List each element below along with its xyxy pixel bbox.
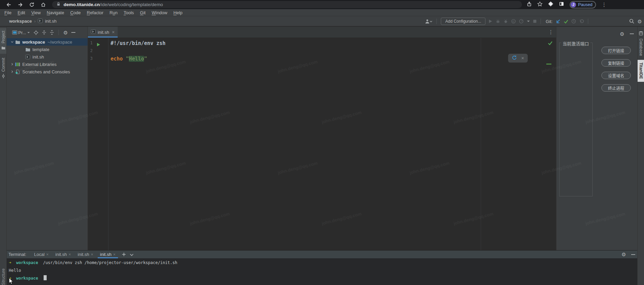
hide-terminal-icon[interactable] xyxy=(631,254,635,255)
collapse-all-icon[interactable] xyxy=(50,30,54,35)
tree-item-hint: ~/workspace xyxy=(47,40,72,45)
extensions-puzzle-icon[interactable] xyxy=(548,1,553,8)
stripe-project-tab[interactable]: Project xyxy=(0,28,6,54)
menu-file[interactable]: File xyxy=(1,10,15,15)
panel-settings-gear-icon[interactable]: ⚙ xyxy=(620,31,624,37)
profile-paused-pill[interactable]: J Paused xyxy=(570,1,596,8)
add-configuration-button[interactable]: Add Configuration... xyxy=(441,18,485,25)
divider xyxy=(541,19,541,24)
breadcrumb-root[interactable]: workspace xyxy=(9,19,32,24)
inspections-ok-icon[interactable] xyxy=(548,41,553,47)
profiler-gauge-icon[interactable] xyxy=(519,19,524,24)
tab-options-kebab-icon[interactable]: ⋮ xyxy=(548,27,553,38)
bookmark-star-icon[interactable] xyxy=(537,1,543,8)
tree-item-scratches-and-consoles[interactable]: Scratches and Consoles xyxy=(7,68,88,75)
panel-settings-gear-icon[interactable]: ⚙ xyxy=(63,30,68,35)
editor-column: init.sh × ⋮ 1#!/usr/bin/env zsh23echo "H… xyxy=(88,27,556,250)
terminal-tab-bar: Terminal: Local×init.sh×init.sh×init.sh×… xyxy=(7,251,637,258)
toolbar: workspace › init.sh Add Configuration... xyxy=(0,16,644,26)
folder-icon xyxy=(25,47,30,52)
terminal-dropdown-chevron-icon[interactable] xyxy=(130,252,134,258)
browser-reload-icon[interactable] xyxy=(29,2,34,7)
active-ports-list[interactable] xyxy=(559,43,593,196)
search-icon[interactable] xyxy=(629,19,635,24)
project-view-selector[interactable]: Pr... xyxy=(12,30,30,35)
tree-item-external-libraries[interactable]: External Libraries xyxy=(7,61,88,68)
browser-menu-icon[interactable]: ⋮ xyxy=(601,2,606,8)
port-action-button-3[interactable]: 终止进程 xyxy=(601,84,631,92)
stripe-structure-tab[interactable]: Structure xyxy=(0,264,7,285)
expand-all-icon[interactable] xyxy=(42,30,46,35)
hide-panel-icon[interactable] xyxy=(630,33,634,34)
menu-navigate[interactable]: Navigate xyxy=(44,10,67,15)
port-action-button-0[interactable]: 打开链接 xyxy=(601,47,631,54)
folder-icon xyxy=(1,45,5,51)
tree-item-init-sh[interactable]: init.sh xyxy=(7,53,88,61)
chevron-right-icon[interactable] xyxy=(9,70,15,73)
editor-body[interactable]: 1#!/usr/bin/env zsh23echo "Hello" × xyxy=(88,38,556,250)
hide-panel-icon[interactable] xyxy=(71,32,75,33)
close-tab-icon[interactable]: × xyxy=(91,252,93,257)
menu-view[interactable]: View xyxy=(28,10,44,15)
breadcrumb-separator-icon: › xyxy=(34,19,35,24)
editor-tab-init-sh[interactable]: init.sh × xyxy=(88,27,118,38)
rerun-sync-icon[interactable] xyxy=(512,55,517,62)
close-widget-icon[interactable]: × xyxy=(521,55,524,61)
user-dropdown-icon[interactable] xyxy=(425,19,432,24)
terminal-settings-gear-icon[interactable]: ⚙ xyxy=(622,252,626,257)
menu-run[interactable]: Run xyxy=(106,10,121,15)
tree-item-template[interactable]: template xyxy=(7,46,88,53)
run-icon[interactable] xyxy=(488,19,493,23)
breadcrumb-file[interactable]: init.sh xyxy=(45,19,56,24)
chevron-down-icon[interactable] xyxy=(9,40,15,44)
terminal-tab-2[interactable]: init.sh× xyxy=(75,251,96,258)
stop-icon[interactable] xyxy=(533,20,536,23)
coverage-icon[interactable] xyxy=(503,19,508,24)
breadcrumb: workspace › init.sh xyxy=(0,19,56,24)
port-action-button-2[interactable]: 设置域名 xyxy=(601,72,631,79)
folder-icon xyxy=(15,40,20,44)
menu-tools[interactable]: Tools xyxy=(121,10,137,15)
divider xyxy=(436,19,437,24)
close-tab-icon[interactable]: × xyxy=(46,252,49,257)
url-bar[interactable]: demo.titanide.cn/ide/web/coding/template… xyxy=(52,1,522,8)
chevron-down-icon[interactable] xyxy=(527,20,530,23)
git-update-icon[interactable] xyxy=(556,19,560,24)
terminal-tab-1[interactable]: init.sh× xyxy=(53,251,73,258)
terminal-tab-3[interactable]: init.sh× xyxy=(98,251,118,258)
tree-item-workspace[interactable]: workspace~/workspace xyxy=(7,38,88,46)
chevron-right-icon[interactable] xyxy=(9,63,15,66)
side-panel-icon[interactable] xyxy=(559,1,564,8)
close-tab-icon[interactable]: × xyxy=(113,252,116,257)
history-clock-icon[interactable] xyxy=(571,19,576,24)
new-terminal-icon[interactable] xyxy=(122,252,126,258)
terminal-output[interactable]: ➜ workspace /usr/bin/env zsh /home/proje… xyxy=(7,258,637,282)
profiler-c-icon[interactable]: C xyxy=(511,19,516,24)
browser-back-icon[interactable] xyxy=(6,2,11,7)
locate-icon[interactable] xyxy=(33,30,39,35)
code-area: 1#!/usr/bin/env zsh23echo "Hello" xyxy=(88,39,556,63)
port-action-button-1[interactable]: 复制链接 xyxy=(601,59,631,67)
shell-file-icon xyxy=(38,19,43,24)
debug-bug-icon[interactable] xyxy=(496,19,500,24)
line-number: 3 xyxy=(88,55,93,63)
terminal-tab-0[interactable]: Local× xyxy=(32,251,51,258)
menu-window[interactable]: Window xyxy=(149,10,170,15)
git-commit-check-icon[interactable] xyxy=(564,19,568,24)
browser-forward-icon[interactable] xyxy=(18,2,23,7)
close-tab-icon[interactable]: × xyxy=(112,29,115,35)
menu-refactor[interactable]: Refactor xyxy=(84,10,106,15)
close-tab-icon[interactable]: × xyxy=(69,252,71,257)
menu-git[interactable]: Git xyxy=(137,10,149,15)
browser-home-icon[interactable] xyxy=(41,2,46,7)
stripe-commit-tab[interactable]: Commit xyxy=(0,55,6,82)
share-icon[interactable] xyxy=(527,1,532,8)
stripe-database-tab[interactable]: Database xyxy=(638,28,644,58)
menu-code[interactable]: Code xyxy=(67,10,84,15)
editor-tab-label: init.sh xyxy=(98,30,109,35)
menu-help[interactable]: Help xyxy=(170,10,186,15)
stripe-titanide-tab[interactable]: TitanIDE xyxy=(638,60,644,81)
settings-gear-icon[interactable]: ⚙ xyxy=(638,19,642,24)
menu-edit[interactable]: Edit xyxy=(15,10,28,15)
rollback-icon[interactable] xyxy=(579,19,584,24)
